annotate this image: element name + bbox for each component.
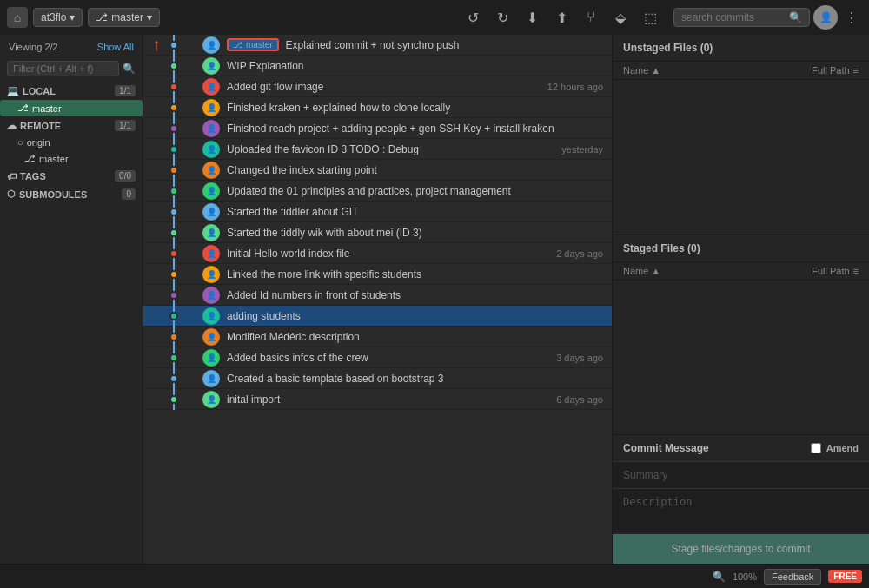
commit-message-text: Explained commit + not synchro push	[286, 39, 603, 51]
remote-label: ☁ REMOTE	[7, 120, 61, 131]
bottombar: 🔍 100% Feedback FREE	[0, 564, 869, 588]
viewing-label: Viewing 2/2	[9, 42, 58, 52]
amend-label: Amend	[826, 443, 859, 453]
commit-row[interactable]: 👤Linked the more link with specific stud…	[143, 264, 612, 285]
filter-input[interactable]	[7, 61, 119, 76]
commit-message-text: Uploaded the favicon ID 3 TODO : Debug	[227, 143, 554, 155]
filter-search-icon: 🔍	[123, 63, 136, 75]
unstaged-section: Unstaged Files (0) Name ▲ Full Path ≡	[613, 35, 869, 235]
submodules-label: ⬡ SUBMODULES	[7, 188, 87, 200]
unstaged-content	[613, 80, 869, 235]
redo-button[interactable]: ↻	[489, 4, 515, 30]
svg-point-25	[170, 292, 177, 299]
sidebar-item-origin[interactable]: ○ origin	[0, 135, 143, 150]
commit-row[interactable]: 👤adding students	[143, 306, 612, 327]
commit-summary-input[interactable]	[613, 461, 869, 488]
submodules-section-header[interactable]: ⬡ SUBMODULES 0	[0, 185, 143, 203]
svg-point-21	[170, 250, 177, 257]
commit-row[interactable]: 👤Added basics infos of the crew3 days ag…	[143, 347, 612, 368]
commit-row[interactable]: 👤Finished kraken + explained how to clon…	[143, 97, 612, 118]
sidebar-item-master-remote[interactable]: ⎇ master	[0, 150, 143, 167]
branch-selector[interactable]: ⎇ master ▾	[88, 8, 160, 27]
home-button[interactable]: ⌂	[7, 7, 28, 28]
commit-message-text: adding students	[227, 310, 603, 322]
commit-message-text: Finished reach project + adding people +…	[227, 122, 603, 135]
topbar: ⌂ at3flo ▾ ⎇ master ▾ ↺ ↻ ⬇ ⬆ ⑂ ⬙ ⬚ 🔍 👤 …	[0, 0, 869, 35]
stage-button[interactable]: Stage files/changes to commit	[613, 534, 869, 564]
commit-row[interactable]: 👤Initial Hello world index file2 days ag…	[143, 243, 612, 264]
unstaged-menu-icon[interactable]: ≡	[853, 65, 859, 76]
commit-graph	[152, 202, 196, 222]
commit-row[interactable]: 👤Modified Médéric description	[143, 327, 612, 347]
sidebar-item-master-local[interactable]: ⎇ master	[0, 100, 143, 116]
commit-row[interactable]: 👤Uploaded the favicon ID 3 TODO : Debugy…	[143, 139, 612, 160]
commit-message-text: Modified Médéric description	[227, 331, 603, 343]
staged-menu-icon[interactable]: ≡	[853, 266, 859, 276]
show-all-button[interactable]: Show All	[97, 42, 134, 52]
commit-graph	[152, 76, 196, 97]
pull-button[interactable]: ⬇	[519, 4, 545, 30]
chevron-down-icon: ▾	[70, 11, 75, 23]
push-button[interactable]: ⬆	[548, 4, 574, 30]
commit-row[interactable]: 👤Updated the 01 principles and practices…	[143, 181, 612, 202]
commit-description-input[interactable]	[613, 488, 869, 532]
local-section-header[interactable]: 💻 LOCAL 1/1	[0, 82, 143, 100]
commit-row[interactable]: 👤Added Id numbers in front of students	[143, 285, 612, 306]
commit-graph	[152, 243, 196, 264]
remote-section-header[interactable]: ☁ REMOTE 1/1	[0, 116, 143, 135]
commit-time: 3 days ago	[556, 353, 603, 363]
svg-point-7	[170, 104, 177, 111]
commit-avatar: 👤	[202, 245, 220, 262]
amend-checkbox[interactable]	[811, 443, 821, 453]
commit-row[interactable]: 👤Started the tiddler about GIT	[143, 202, 612, 222]
cloud-icon: ☁	[7, 120, 17, 131]
stash-button[interactable]: ⬙	[607, 4, 634, 30]
commit-message-text: Added git flow image	[227, 81, 541, 93]
staged-sort-icon[interactable]: ▲	[651, 266, 660, 276]
commit-row[interactable]: 👤Finished reach project + adding people …	[143, 118, 612, 139]
undo-button[interactable]: ↺	[460, 4, 486, 30]
tags-count: 0/0	[115, 170, 136, 182]
right-panel: Unstaged Files (0) Name ▲ Full Path ≡ St…	[613, 35, 869, 564]
tags-section-header[interactable]: 🏷 TAGS 0/0	[0, 167, 143, 185]
local-count: 1/1	[115, 85, 136, 96]
svg-point-29	[170, 334, 177, 340]
unstaged-column-header: Name ▲ Full Path ≡	[613, 62, 869, 80]
staged-column-header: Name ▲ Full Path ≡	[613, 262, 869, 281]
repo-selector[interactable]: at3flo ▾	[33, 8, 83, 27]
branch-tag-icon: ⎇	[233, 40, 243, 50]
commit-row[interactable]: 👤inital import6 days ago	[143, 389, 612, 410]
zoom-level: 100%	[733, 571, 757, 582]
commit-graph	[152, 97, 196, 118]
commit-list: 👤⎇ master↑Explained commit + not synchro…	[143, 35, 613, 564]
commit-row[interactable]: 👤Started the tiddly wik with about mei (…	[143, 222, 612, 243]
commit-message-text: Started the tiddly wik with about mei (I…	[227, 227, 603, 239]
commit-row[interactable]: 👤Created a basic template based on boots…	[143, 368, 612, 389]
filter-bar: 🔍	[0, 59, 143, 78]
commit-message-text: Started the tiddler about GIT	[227, 206, 603, 218]
commit-row[interactable]: 👤Changed the index starting point	[143, 160, 612, 181]
fetch-button[interactable]: ⬚	[637, 4, 663, 30]
search-input[interactable]	[681, 11, 786, 23]
commit-graph	[152, 264, 196, 285]
commit-row[interactable]: 👤⎇ master↑Explained commit + not synchro…	[143, 35, 612, 56]
commit-avatar: 👤	[202, 349, 220, 367]
menu-button[interactable]: ⋮	[841, 6, 862, 30]
feedback-button[interactable]: Feedback	[764, 569, 821, 585]
staged-title: Staged Files (0)	[613, 235, 869, 262]
commit-row[interactable]: 👤WIP Explanation	[143, 56, 612, 76]
annotation-arrow: ↑	[152, 35, 161, 55]
commit-avatar: 👤	[202, 328, 220, 346]
branch-tag[interactable]: ⎇ master	[227, 38, 279, 51]
search-bar: 🔍	[673, 8, 810, 27]
commit-row[interactable]: 👤Added git flow image12 hours ago	[143, 76, 612, 97]
search-icon: 🔍	[789, 11, 802, 23]
branch-button[interactable]: ⑂	[578, 4, 604, 30]
commit-message-section: Commit Message Amend Stage files/changes…	[613, 434, 869, 564]
svg-point-23	[170, 271, 177, 278]
avatar[interactable]: 👤	[813, 5, 838, 30]
sort-icon[interactable]: ▲	[651, 65, 660, 76]
commit-message-text: Changed the index starting point	[227, 164, 603, 176]
commit-time: 12 hours ago	[547, 82, 603, 92]
topbar-actions: ↺ ↻ ⬇ ⬆ ⑂ ⬙ ⬚ 🔍 👤 ⋮	[460, 4, 862, 30]
